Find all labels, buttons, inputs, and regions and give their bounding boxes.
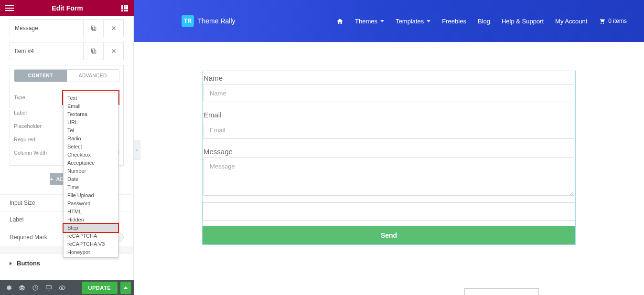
tab-content[interactable]: CONTENT: [14, 70, 67, 82]
apps-grid-icon[interactable]: [116, 0, 134, 16]
nav-themes[interactable]: Themes: [355, 18, 384, 25]
caret-right-icon: [10, 262, 12, 265]
update-more-button[interactable]: [120, 282, 131, 294]
nav-cart[interactable]: 0 items: [599, 18, 627, 24]
editor-header: Edit Form: [0, 0, 134, 16]
type-option-step[interactable]: Step: [64, 224, 118, 232]
caret-down-icon: [380, 20, 384, 22]
svg-rect-1: [91, 26, 95, 29]
type-option-html[interactable]: HTML: [64, 208, 118, 216]
type-dropdown[interactable]: TextEmailTextareaURLTelRadioSelectCheckb…: [63, 93, 118, 258]
main-nav: Themes Templates Freebies Blog Help & Su…: [336, 18, 627, 25]
type-option-password[interactable]: Password: [64, 200, 118, 208]
type-option-date[interactable]: Date: [64, 175, 118, 183]
label-row-label: Label: [10, 216, 23, 223]
form-send-button[interactable]: Send: [203, 226, 575, 244]
type-option-text[interactable]: Text: [64, 94, 118, 102]
collapse-panel-button[interactable]: ‹: [134, 140, 140, 160]
hamburger-menu-icon[interactable]: [0, 0, 19, 16]
cart-count: 0 items: [608, 18, 627, 24]
desktop-icon[interactable]: [43, 282, 54, 294]
svg-rect-5: [91, 49, 95, 52]
eye-icon[interactable]: [56, 282, 68, 294]
type-option-email[interactable]: Email: [64, 102, 118, 110]
close-icon[interactable]: [103, 42, 123, 60]
type-option-file-upload[interactable]: File Upload: [64, 191, 118, 200]
type-option-honeypot[interactable]: Honeypot: [64, 248, 118, 256]
svg-point-12: [61, 287, 63, 289]
type-option-textarea[interactable]: Textarea: [64, 110, 118, 118]
duplicate-icon[interactable]: [83, 42, 103, 60]
type-option-number[interactable]: Number: [64, 167, 118, 175]
control-type-label: Type: [14, 95, 62, 100]
editor-title: Edit Form: [19, 4, 116, 12]
type-option-recaptcha[interactable]: reCAPTCHA: [64, 232, 118, 240]
field-item-4[interactable]: Item #4: [10, 42, 124, 60]
nav-account[interactable]: My Account: [555, 18, 587, 25]
svg-rect-4: [92, 50, 96, 53]
svg-rect-10: [46, 285, 52, 289]
site-header: TR Theme Rally Themes Templates Freebies…: [134, 0, 644, 42]
type-option-tel[interactable]: Tel: [64, 126, 118, 135]
field-item-label: Item #4: [10, 48, 83, 54]
editor-side-panel: Message Item #4 CONTENT ADVANCED T: [0, 16, 134, 280]
close-icon[interactable]: [103, 20, 123, 37]
input-size-label: Input Size: [10, 200, 35, 206]
accordion-label: Buttons: [17, 260, 40, 267]
form-email-label: Email: [203, 108, 575, 121]
update-button[interactable]: UPDATE: [82, 282, 118, 294]
caret-down-icon: [427, 20, 430, 22]
nav-help[interactable]: Help & Support: [502, 18, 544, 25]
type-option-select[interactable]: Select: [64, 143, 118, 151]
form-name-input[interactable]: [204, 84, 574, 102]
type-option-acceptance[interactable]: Acceptance: [64, 159, 118, 167]
editor-bottom-bar: UPDATE: [0, 280, 134, 295]
field-item-label: Message: [10, 25, 83, 32]
field-item-message[interactable]: Message: [10, 19, 124, 37]
caret-up-icon: [124, 286, 128, 289]
form-message-textarea[interactable]: [204, 158, 574, 196]
type-option-time[interactable]: Time: [64, 183, 118, 191]
brand[interactable]: TR Theme Rally: [182, 15, 236, 27]
form-name-label: Name: [203, 71, 575, 84]
plus-icon: +: [50, 176, 54, 182]
history-icon[interactable]: [30, 282, 41, 294]
form-preview: Name Email Message Send: [202, 71, 576, 245]
nav-blog[interactable]: Blog: [478, 18, 490, 25]
nav-home-icon[interactable]: [336, 18, 343, 25]
svg-rect-0: [92, 27, 96, 31]
tab-advanced[interactable]: ADVANCED: [67, 70, 119, 82]
form-message-label: Message: [203, 145, 575, 158]
form-email-input[interactable]: [204, 121, 574, 139]
nav-templates[interactable]: Templates: [396, 18, 430, 25]
nav-freebies[interactable]: Freebies: [442, 18, 466, 25]
duplicate-icon[interactable]: [83, 20, 103, 37]
type-option-checkbox[interactable]: Checkbox: [64, 151, 118, 159]
brand-logo-icon: TR: [182, 15, 194, 27]
type-option-url[interactable]: URL: [64, 118, 118, 126]
layers-icon[interactable]: [16, 282, 28, 294]
preview-pane: TR Theme Rally Themes Templates Freebies…: [134, 0, 644, 295]
brand-text: Theme Rally: [198, 17, 236, 25]
type-option-hidden[interactable]: Hidden: [64, 216, 118, 224]
footer-box: [464, 288, 539, 295]
settings-tabs: CONTENT ADVANCED: [14, 69, 119, 82]
form-extra-field[interactable]: [203, 202, 575, 221]
type-option-recaptcha-v3[interactable]: reCAPTCHA V3: [64, 240, 118, 248]
type-option-radio[interactable]: Radio: [64, 135, 118, 143]
required-mark-label: Required Mark: [10, 234, 47, 241]
gear-icon[interactable]: [3, 282, 14, 294]
